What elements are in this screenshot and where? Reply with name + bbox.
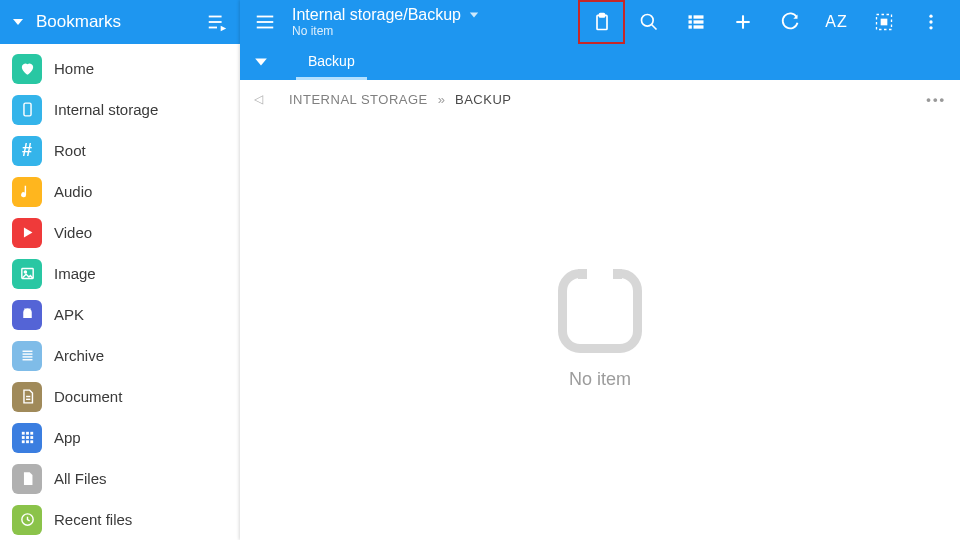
- main-panel: Internal storage/Backup No item: [240, 0, 960, 540]
- image-icon: [12, 259, 42, 289]
- sidebar-item-app[interactable]: App: [0, 417, 240, 458]
- sidebar-title: Bookmarks: [36, 12, 121, 32]
- sidebar: Bookmarks HomeInternal storage#RootAudio…: [0, 0, 240, 540]
- sidebar-item-label: Document: [54, 388, 122, 405]
- sidebar-item-home[interactable]: Home: [0, 48, 240, 89]
- sidebar-item-label: Video: [54, 224, 92, 241]
- sidebar-item-all-files[interactable]: All Files: [0, 458, 240, 499]
- document-icon: [12, 382, 42, 412]
- sidebar-list: HomeInternal storage#RootAudioVideoImage…: [0, 44, 240, 540]
- svg-rect-34: [693, 20, 703, 23]
- breadcrumb-sep: »: [438, 92, 445, 107]
- svg-rect-28: [599, 14, 604, 17]
- sidebar-item-archive[interactable]: Archive: [0, 335, 240, 376]
- sidebar-item-document[interactable]: Document: [0, 376, 240, 417]
- path-block[interactable]: Internal storage/Backup No item: [292, 6, 479, 38]
- dropdown-icon[interactable]: [12, 16, 24, 28]
- sidebar-item-audio[interactable]: Audio: [0, 171, 240, 212]
- breadcrumb-more-icon[interactable]: •••: [926, 92, 946, 107]
- refresh-button[interactable]: [766, 0, 813, 44]
- svg-rect-3: [23, 103, 30, 116]
- sidebar-item-label: Root: [54, 142, 86, 159]
- svg-rect-15: [26, 432, 29, 435]
- sidebar-item-label: Internal storage: [54, 101, 158, 118]
- sidebar-header: Bookmarks: [0, 0, 240, 44]
- empty-text: No item: [569, 369, 631, 390]
- content-area: No item: [240, 118, 960, 540]
- hash-icon: #: [12, 136, 42, 166]
- more-button[interactable]: [907, 0, 954, 44]
- sidebar-item-recent-files[interactable]: Recent files: [0, 499, 240, 540]
- sidebar-item-label: Audio: [54, 183, 92, 200]
- svg-rect-21: [26, 440, 29, 443]
- svg-rect-18: [26, 436, 29, 439]
- sidebar-item-video[interactable]: Video: [0, 212, 240, 253]
- select-all-button[interactable]: [860, 0, 907, 44]
- path-dropdown-icon: [469, 10, 479, 20]
- svg-rect-35: [688, 25, 691, 28]
- sidebar-item-image[interactable]: Image: [0, 253, 240, 294]
- sidebar-item-internal-storage[interactable]: Internal storage: [0, 89, 240, 130]
- sidebar-item-root[interactable]: #Root: [0, 130, 240, 171]
- svg-rect-19: [30, 436, 33, 439]
- breadcrumb-back-icon[interactable]: ◁: [254, 92, 263, 106]
- svg-rect-32: [693, 15, 703, 18]
- sidebar-item-label: Image: [54, 265, 96, 282]
- search-button[interactable]: [625, 0, 672, 44]
- svg-point-43: [929, 26, 932, 29]
- sidebar-item-label: Archive: [54, 347, 104, 364]
- view-button[interactable]: [672, 0, 719, 44]
- tab-row: Backup: [240, 44, 960, 80]
- svg-point-29: [641, 15, 653, 27]
- file-icon: [12, 464, 42, 494]
- apps-icon: [12, 423, 42, 453]
- clipboard-button[interactable]: [578, 0, 625, 44]
- play-icon: [12, 218, 42, 248]
- tab-collapse-icon[interactable]: [254, 55, 268, 69]
- svg-rect-17: [21, 436, 24, 439]
- svg-rect-20: [21, 440, 24, 443]
- svg-rect-36: [693, 25, 703, 28]
- menu-icon[interactable]: [254, 11, 276, 33]
- archive-icon: [12, 341, 42, 371]
- svg-rect-31: [688, 15, 691, 18]
- sidebar-item-label: Home: [54, 60, 94, 77]
- svg-rect-14: [21, 432, 24, 435]
- svg-line-30: [651, 25, 656, 30]
- svg-rect-33: [688, 20, 691, 23]
- empty-folder-icon: [558, 269, 642, 353]
- sidebar-item-label: APK: [54, 306, 84, 323]
- topbar: Internal storage/Backup No item: [240, 0, 960, 44]
- svg-point-5: [24, 271, 26, 273]
- tab-label: Backup: [308, 53, 355, 69]
- heart-icon: [12, 54, 42, 84]
- tab-backup[interactable]: Backup: [296, 44, 367, 80]
- sidebar-item-label: Recent files: [54, 511, 132, 528]
- path-subtitle: No item: [292, 24, 479, 38]
- music-icon: [12, 177, 42, 207]
- sidebar-item-label: All Files: [54, 470, 107, 487]
- playlist-icon[interactable]: [206, 11, 228, 33]
- breadcrumb-root[interactable]: INTERNAL STORAGE: [289, 92, 428, 107]
- svg-rect-16: [30, 432, 33, 435]
- phone-icon: [12, 95, 42, 125]
- sidebar-item-label: App: [54, 429, 81, 446]
- toolbar: AZ: [578, 0, 954, 44]
- clock-icon: [12, 505, 42, 535]
- svg-point-41: [929, 15, 932, 18]
- breadcrumb-current: BACKUP: [455, 92, 511, 107]
- sort-button[interactable]: AZ: [813, 0, 860, 44]
- android-icon: [12, 300, 42, 330]
- svg-rect-40: [880, 19, 887, 26]
- sidebar-item-apk[interactable]: APK: [0, 294, 240, 335]
- add-button[interactable]: [719, 0, 766, 44]
- svg-point-42: [929, 20, 932, 23]
- path-title: Internal storage/Backup: [292, 6, 461, 24]
- svg-rect-22: [30, 440, 33, 443]
- breadcrumb: ◁ INTERNAL STORAGE » BACKUP •••: [240, 80, 960, 118]
